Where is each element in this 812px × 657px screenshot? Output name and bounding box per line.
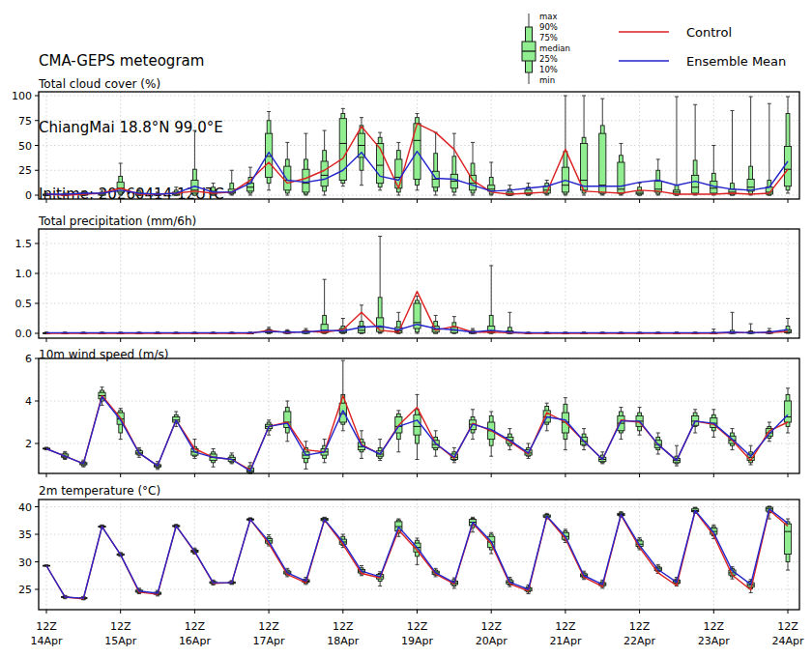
- svg-text:23Apr: 23Apr: [698, 635, 731, 647]
- svg-text:1.5: 1.5: [15, 238, 33, 250]
- svg-text:0.5: 0.5: [15, 298, 33, 310]
- svg-text:16Apr: 16Apr: [179, 635, 212, 647]
- svg-text:12Z: 12Z: [258, 620, 279, 633]
- svg-text:19Apr: 19Apr: [401, 635, 434, 647]
- svg-text:22Apr: 22Apr: [624, 635, 656, 647]
- svg-text:1.0: 1.0: [15, 268, 33, 280]
- svg-text:12Z: 12Z: [629, 620, 651, 633]
- svg-text:14Apr: 14Apr: [30, 635, 63, 647]
- svg-text:12Z: 12Z: [333, 620, 354, 633]
- svg-text:50: 50: [18, 140, 32, 153]
- svg-text:35: 35: [18, 528, 32, 541]
- svg-text:0.0: 0.0: [15, 328, 33, 340]
- svg-text:12Z: 12Z: [777, 620, 798, 633]
- svg-text:21Apr: 21Apr: [549, 635, 582, 647]
- svg-text:30: 30: [18, 557, 32, 569]
- svg-text:25: 25: [18, 584, 32, 596]
- svg-text:12Z: 12Z: [185, 620, 206, 633]
- svg-text:2: 2: [25, 438, 32, 450]
- meteogram-plot-canvas: 02550751000.00.51.01.52462530354012Z14Ap…: [0, 0, 812, 657]
- svg-text:20Apr: 20Apr: [476, 635, 508, 647]
- svg-text:24Apr: 24Apr: [771, 635, 804, 647]
- svg-text:6: 6: [25, 353, 32, 365]
- svg-text:4: 4: [25, 395, 32, 408]
- svg-text:12Z: 12Z: [36, 620, 57, 633]
- svg-text:15Apr: 15Apr: [104, 635, 137, 647]
- svg-text:25: 25: [18, 164, 32, 177]
- meteogram-figure: CMA-GEPS meteogram ChiangMai 18.8°N 99.0…: [0, 0, 812, 657]
- svg-text:75: 75: [18, 115, 32, 128]
- svg-text:12Z: 12Z: [704, 620, 725, 633]
- svg-text:0: 0: [25, 189, 32, 202]
- svg-text:18Apr: 18Apr: [327, 635, 360, 647]
- svg-text:12Z: 12Z: [407, 620, 428, 633]
- svg-text:12Z: 12Z: [110, 620, 131, 633]
- svg-text:100: 100: [12, 90, 32, 102]
- svg-text:40: 40: [18, 501, 32, 514]
- svg-text:17Apr: 17Apr: [253, 635, 286, 647]
- svg-text:12Z: 12Z: [555, 620, 576, 633]
- svg-text:12Z: 12Z: [480, 620, 502, 633]
